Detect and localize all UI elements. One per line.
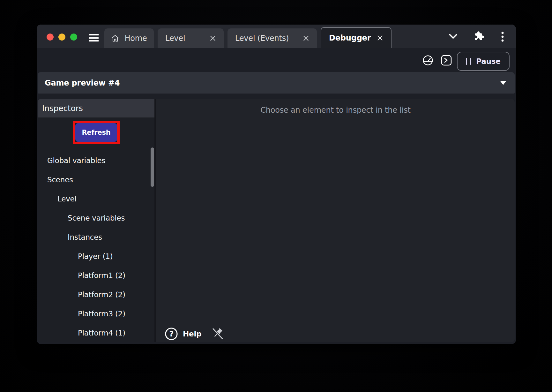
tree-item-platform1-2[interactable]: Platform1 (2) xyxy=(38,266,154,285)
home-icon xyxy=(111,34,119,42)
close-tab-icon[interactable] xyxy=(210,35,216,41)
tree-item-scene-variables[interactable]: Scene variables xyxy=(38,208,154,228)
chevron-down-icon[interactable] xyxy=(449,34,457,40)
kebab-menu-icon[interactable] xyxy=(501,31,504,43)
console-icon[interactable] xyxy=(441,55,452,67)
close-tab-icon[interactable] xyxy=(303,35,309,41)
hamburger-menu-icon[interactable] xyxy=(89,34,99,42)
tab-bar: HomeLevelLevel (Events)Debugger xyxy=(37,25,516,48)
help-button-label: Help xyxy=(183,330,201,338)
tab-strip: HomeLevelLevel (Events)Debugger xyxy=(104,27,392,48)
tab-level-events[interactable]: Level (Events) xyxy=(228,28,317,48)
inspectors-sidebar: Inspectors Refresh Global variablesScene… xyxy=(38,99,156,342)
help-button[interactable]: ? Help xyxy=(165,327,201,341)
close-window-button[interactable] xyxy=(47,34,54,41)
profiler-gauge-icon[interactable] xyxy=(422,55,433,67)
svg-text:?: ? xyxy=(169,330,173,338)
tab-home[interactable]: Home xyxy=(104,28,154,48)
inspectors-title: Inspectors xyxy=(42,104,83,113)
tab-label: Level xyxy=(165,34,185,43)
pause-icon xyxy=(466,58,471,65)
debugger-panel: Inspectors Refresh Global variablesScene… xyxy=(38,99,515,342)
tree-item-global-variables[interactable]: Global variables xyxy=(38,151,154,170)
tree-item-platform2-2[interactable]: Platform2 (2) xyxy=(38,285,154,304)
game-preview-selector[interactable]: Game preview #4 xyxy=(38,72,515,94)
tree-item-scenes[interactable]: Scenes xyxy=(38,170,154,189)
screenshot-canvas: { "window": { "tabs": [ {"label": "Home"… xyxy=(0,0,552,392)
tree-item-player-1[interactable]: Player (1) xyxy=(38,247,154,266)
inspectors-header: Inspectors xyxy=(38,99,154,117)
question-mark-icon: ? xyxy=(165,327,178,341)
tab-label: Debugger xyxy=(329,34,371,42)
sidebar-scrollbar-thumb[interactable] xyxy=(151,147,154,187)
tree-item-platform4-1[interactable]: Platform4 (1) xyxy=(38,323,154,342)
pause-button-label: Pause xyxy=(476,57,500,65)
tab-debugger[interactable]: Debugger xyxy=(321,27,392,48)
caret-down-icon xyxy=(500,81,506,85)
tab-level[interactable]: Level xyxy=(158,28,224,48)
inspector-main-area: Choose an element to inspect in the list… xyxy=(156,99,515,342)
close-tab-icon[interactable] xyxy=(377,35,383,41)
pause-button[interactable]: Pause xyxy=(457,52,510,71)
unpin-slashed-pin-icon[interactable] xyxy=(212,327,224,341)
game-preview-label: Game preview #4 xyxy=(45,79,120,87)
tree-item-instances[interactable]: Instances xyxy=(38,228,154,247)
extensions-puzzle-icon[interactable] xyxy=(474,31,484,43)
empty-state-message: Choose an element to inspect in the list xyxy=(156,106,515,115)
tree-item-level[interactable]: Level xyxy=(38,189,154,208)
app-window: HomeLevelLevel (Events)Debugger Pause Ga… xyxy=(37,25,516,344)
window-controls xyxy=(47,34,77,41)
inspector-tree: Global variablesScenesLevelScene variabl… xyxy=(38,151,154,342)
minimize-window-button[interactable] xyxy=(58,34,65,41)
refresh-annotation-highlight: Refresh xyxy=(73,121,120,144)
tab-label: Level (Events) xyxy=(235,34,289,43)
bottom-help-row: ? Help xyxy=(165,326,224,342)
refresh-button[interactable]: Refresh xyxy=(75,123,117,142)
zoom-window-button[interactable] xyxy=(70,34,77,41)
tree-item-platform3-2[interactable]: Platform3 (2) xyxy=(38,304,154,323)
tab-label: Home xyxy=(124,34,147,43)
